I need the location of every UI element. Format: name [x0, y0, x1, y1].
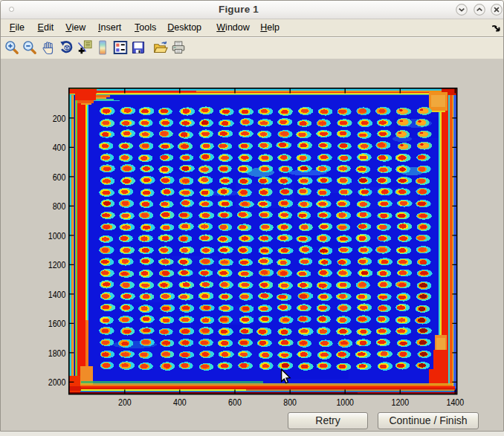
svg-text:200: 200: [53, 113, 66, 124]
svg-text:400: 400: [173, 397, 187, 408]
svg-text:2000: 2000: [48, 377, 66, 388]
svg-text:1800: 1800: [48, 348, 66, 359]
svg-text:1000: 1000: [336, 397, 354, 408]
svg-text:600: 600: [228, 397, 242, 408]
svg-text:1600: 1600: [48, 318, 66, 329]
svg-text:1400: 1400: [48, 289, 66, 300]
svg-text:1200: 1200: [48, 259, 66, 270]
svg-text:1200: 1200: [392, 397, 410, 408]
svg-text:1400: 1400: [447, 397, 465, 408]
svg-text:200: 200: [118, 397, 132, 408]
svg-text:800: 800: [53, 201, 66, 212]
svg-text:600: 600: [53, 172, 66, 183]
svg-text:1000: 1000: [48, 230, 66, 241]
svg-text:400: 400: [53, 142, 66, 153]
svg-text:800: 800: [283, 397, 297, 408]
